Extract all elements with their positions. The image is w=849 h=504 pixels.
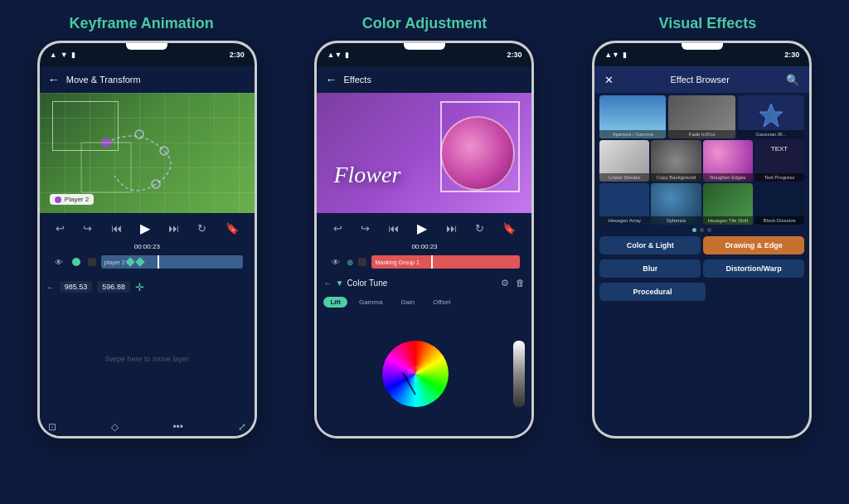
color-wheel-row	[317, 312, 531, 436]
effect-aperture-gamma[interactable]: Aperture / Gamma	[599, 95, 666, 138]
category-blur[interactable]: Blur	[599, 259, 701, 278]
svg-point-3	[152, 180, 160, 188]
skip-end-icon-2[interactable]: ⏭	[446, 222, 457, 235]
bookmark-icon[interactable]: 🔖	[226, 222, 239, 235]
delete-icon[interactable]: 🗑	[516, 278, 525, 288]
settings-icon[interactable]: ⚙	[501, 278, 509, 288]
star-shape	[756, 102, 786, 132]
effect-text-progress[interactable]: TEXT Text Progress	[754, 140, 804, 182]
phone-3-time: 2:30	[784, 51, 799, 59]
back-icon-2[interactable]: ←	[325, 73, 337, 86]
pos-x-value: 985.53	[60, 281, 93, 293]
effect-linear-streaks[interactable]: Linear Streaks	[599, 140, 649, 182]
color-wheel[interactable]	[382, 341, 449, 407]
crop-icon[interactable]: ⊡	[48, 421, 56, 433]
timeline-bar-1[interactable]: player 2	[101, 255, 243, 269]
skip-end-icon[interactable]: ⏭	[168, 222, 179, 235]
effect-block-dissolve[interactable]: Block Dissolve	[754, 183, 804, 225]
effect-gaussian[interactable]: Gaussian Bl...	[738, 95, 804, 138]
motion-path-svg	[40, 93, 189, 209]
close-icon[interactable]: ✕	[604, 74, 614, 86]
category-color-light[interactable]: Color & Light	[599, 236, 701, 254]
bottom-tools-row: ⊡ ◇ ••• ⤢	[40, 418, 255, 436]
effect-roughen-edges[interactable]: Roughen Edges	[703, 140, 753, 182]
phone-1-signal: ▲ ▼ ▮	[50, 51, 75, 59]
category-procedural[interactable]: Procedural	[599, 283, 706, 301]
tab-gain[interactable]: Gain	[394, 297, 421, 308]
phone-1-title: Move & Transform	[66, 75, 141, 85]
category-row-3: Procedural	[594, 280, 809, 303]
wheel-needle	[402, 373, 416, 395]
color-tune-left: ← ▼ Color Tune	[323, 279, 387, 288]
redo-icon-2[interactable]: ↪	[361, 222, 370, 235]
effect-hex-tile-shift[interactable]: Hexagon Tile Shift	[703, 183, 753, 225]
category-drawing-edge[interactable]: Drawing & Edge	[703, 236, 804, 254]
effect-label-text-prog: Text Progress	[754, 173, 804, 182]
expand-icon[interactable]: ⤢	[238, 421, 246, 433]
left-arrow-icon[interactable]: ←	[46, 283, 55, 292]
effect-hexagon-array[interactable]: Hexagon Array	[599, 183, 649, 225]
diamond-icon[interactable]: ◇	[111, 421, 119, 433]
effect-label-roughen: Roughen Edges	[703, 173, 753, 182]
battery-icon-2: ▮	[345, 51, 349, 59]
play-icon[interactable]: ▶	[140, 220, 150, 236]
swipe-hint: Swipe here to move layer	[105, 355, 190, 363]
track-thumb	[88, 258, 96, 266]
undo-icon-2[interactable]: ↩	[333, 222, 342, 235]
brightness-slider[interactable]	[513, 341, 525, 407]
eye-icon-2[interactable]: 👁	[332, 258, 340, 267]
section-title-2: Color Adjustment	[283, 15, 565, 32]
expand-triangle[interactable]: ▼	[335, 279, 343, 288]
skip-start-icon[interactable]: ⏮	[111, 222, 122, 235]
playhead-2	[431, 255, 433, 269]
loop-icon[interactable]: ↻	[197, 222, 206, 235]
phone-1-header: ← Move & Transform	[40, 66, 255, 93]
mask-icon[interactable]: ⊕	[347, 258, 353, 267]
phone-3-header: ✕ Effect Browser 🔍	[594, 66, 809, 93]
effect-spherize[interactable]: Spherize	[651, 183, 701, 225]
color-tune-header: ← ▼ Color Tune ⚙ 🗑	[317, 274, 531, 292]
category-distortion[interactable]: Distortion/Warp	[703, 259, 804, 278]
player-dot	[55, 196, 61, 203]
phone-2: ▲▼ ▮ 2:30 ← Effects Flower	[314, 41, 534, 439]
phone-1-timeline: 00:00:23 👁 player 2	[40, 243, 255, 274]
tab-lift[interactable]: Lift	[323, 297, 347, 308]
tab-offset[interactable]: Offset	[426, 297, 457, 308]
effect-label-spherize: Spherize	[651, 216, 701, 225]
phone-2-video: Flower	[317, 93, 531, 213]
play-icon-2[interactable]: ▶	[417, 220, 427, 236]
left-arrow-icon-2[interactable]: ←	[323, 279, 332, 288]
effect-label-copy-bg: Copy Background	[651, 173, 701, 182]
track-label-1: player 2	[104, 259, 125, 265]
transform-icon[interactable]: ✛	[135, 281, 144, 293]
effect-label-streaks: Linear Streaks	[599, 173, 649, 182]
playhead-1	[158, 255, 159, 269]
tab-gamma[interactable]: Gamma	[352, 297, 389, 308]
wifi-icon: ▼	[61, 51, 68, 59]
skip-start-icon-2[interactable]: ⏮	[388, 222, 399, 235]
section-title-1: Keyframe Animation	[0, 15, 283, 32]
bookmark-icon-2[interactable]: 🔖	[502, 222, 516, 235]
phone-2-screen: ← Effects Flower ↩ ↪ ⏮ ▶ ⏭ ↻	[317, 66, 531, 436]
effect-fade-in-out[interactable]: Fade In/Out	[668, 95, 735, 138]
search-icon[interactable]: 🔍	[786, 74, 799, 86]
flower-text: Flower	[333, 162, 400, 188]
player-label: Player 2	[65, 196, 89, 203]
phone-2-controls: ↩ ↪ ⏮ ▶ ⏭ ↻ 🔖	[317, 213, 531, 243]
effect-copy-background[interactable]: Copy Background	[651, 140, 701, 182]
signal-icon-2: ▲▼	[327, 51, 342, 59]
redo-icon[interactable]: ↪	[83, 222, 92, 235]
eye-icon[interactable]: 👁	[55, 258, 63, 267]
undo-icon[interactable]: ↩	[56, 222, 65, 235]
phones-row: ▲ ▼ ▮ 2:30 ← Move & Transform	[0, 41, 849, 504]
phone-1-status-bar: ▲ ▼ ▮ 2:30	[40, 43, 255, 66]
more-icon[interactable]: •••	[172, 421, 183, 433]
effect-label-gaussian: Gaussian Bl...	[738, 130, 804, 138]
phone-1-notch	[126, 43, 167, 50]
phone-2-status-bar: ▲▼ ▮ 2:30	[317, 43, 531, 66]
timeline-bar-2[interactable]: Masking Group 1	[371, 255, 520, 269]
back-icon[interactable]: ←	[48, 73, 60, 86]
effect-label-aperture: Aperture / Gamma	[599, 130, 666, 138]
color-wheel-container	[323, 341, 507, 407]
loop-icon-2[interactable]: ↻	[475, 222, 484, 235]
